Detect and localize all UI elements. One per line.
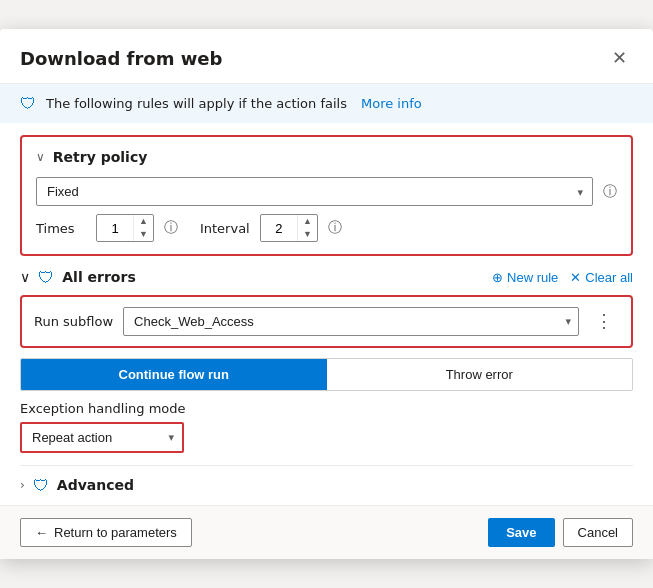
close-button[interactable]: ✕ — [606, 45, 633, 71]
errors-header-right: ⊕ New rule ✕ Clear all — [492, 270, 633, 285]
errors-label: All errors — [62, 269, 135, 285]
new-rule-label: New rule — [507, 270, 558, 285]
interval-input-wrapper: ▲ ▼ — [260, 214, 318, 242]
run-subflow-more-button[interactable]: ⋮ — [589, 308, 619, 334]
info-banner: 🛡 The following rules will apply if the … — [0, 84, 653, 123]
clear-all-label: Clear all — [585, 270, 633, 285]
times-info-icon[interactable]: ⓘ — [164, 219, 178, 237]
interval-decrement-button[interactable]: ▼ — [298, 228, 317, 241]
retry-policy-dropdown[interactable]: Fixed None Exponential — [36, 177, 593, 206]
dialog-header: Download from web ✕ — [0, 29, 653, 84]
shield-icon: 🛡 — [20, 94, 36, 113]
interval-spin-buttons: ▲ ▼ — [297, 215, 317, 241]
advanced-chevron-icon: › — [20, 478, 25, 492]
save-button[interactable]: Save — [488, 518, 554, 547]
times-spin-buttons: ▲ ▼ — [133, 215, 153, 241]
retry-policy-dropdown-wrapper: Fixed None Exponential ▾ — [36, 177, 593, 206]
dialog-footer: ← Return to parameters Save Cancel — [0, 505, 653, 559]
clear-icon: ✕ — [570, 270, 581, 285]
run-subflow-dropdown[interactable]: Check_Web_Access — [123, 307, 579, 336]
errors-chevron-icon: ∨ — [20, 269, 30, 285]
all-errors-section: ∨ 🛡 All errors ⊕ New rule ✕ Clear all Ru… — [20, 268, 633, 453]
times-increment-button[interactable]: ▲ — [134, 215, 153, 228]
continue-flow-tab[interactable]: Continue flow run — [21, 359, 327, 390]
return-arrow-icon: ← — [35, 525, 48, 540]
times-row: Times ▲ ▼ ⓘ Interval ▲ ▼ ⓘ — [36, 214, 617, 242]
times-input[interactable] — [97, 216, 133, 241]
interval-increment-button[interactable]: ▲ — [298, 215, 317, 228]
throw-error-tab[interactable]: Throw error — [327, 359, 633, 390]
dialog: Download from web ✕ 🛡 The following rule… — [0, 29, 653, 559]
interval-label: Interval — [200, 221, 250, 236]
footer-left: ← Return to parameters — [20, 518, 192, 547]
exception-section: Exception handling mode Repeat action Ig… — [20, 401, 633, 453]
times-label: Times — [36, 221, 86, 236]
retry-policy-info-icon[interactable]: ⓘ — [603, 183, 617, 201]
times-decrement-button[interactable]: ▼ — [134, 228, 153, 241]
clear-all-button[interactable]: ✕ Clear all — [570, 270, 633, 285]
plus-icon: ⊕ — [492, 270, 503, 285]
new-rule-button[interactable]: ⊕ New rule — [492, 270, 558, 285]
errors-shield-icon: 🛡 — [38, 268, 54, 287]
retry-chevron-icon: ∨ — [36, 150, 45, 164]
run-subflow-dropdown-wrapper: Check_Web_Access ▾ — [123, 307, 579, 336]
retry-policy-header[interactable]: ∨ Retry policy — [36, 149, 617, 165]
interval-input[interactable] — [261, 216, 297, 241]
retry-policy-section: ∨ Retry policy Fixed None Exponential ▾ … — [20, 135, 633, 256]
footer-right: Save Cancel — [488, 518, 633, 547]
advanced-section[interactable]: › 🛡 Advanced — [0, 466, 653, 505]
retry-policy-label: Retry policy — [53, 149, 148, 165]
errors-header: ∨ 🛡 All errors ⊕ New rule ✕ Clear all — [20, 268, 633, 287]
run-subflow-label: Run subflow — [34, 314, 113, 329]
mode-tabs: Continue flow run Throw error — [20, 358, 633, 391]
info-banner-text: The following rules will apply if the ac… — [46, 96, 347, 111]
retry-policy-row: Fixed None Exponential ▾ ⓘ — [36, 177, 617, 206]
exception-dropdown-wrapper: Repeat action Ignore action Stop flow ▾ — [20, 422, 184, 453]
exception-label: Exception handling mode — [20, 401, 633, 416]
cancel-button[interactable]: Cancel — [563, 518, 633, 547]
advanced-shield-icon: 🛡 — [33, 476, 49, 495]
dialog-title: Download from web — [20, 48, 222, 69]
run-subflow-box: Run subflow Check_Web_Access ▾ ⋮ — [20, 295, 633, 348]
exception-dropdown[interactable]: Repeat action Ignore action Stop flow — [22, 424, 182, 451]
times-input-wrapper: ▲ ▼ — [96, 214, 154, 242]
return-to-parameters-button[interactable]: ← Return to parameters — [20, 518, 192, 547]
errors-header-left[interactable]: ∨ 🛡 All errors — [20, 268, 136, 287]
advanced-label: Advanced — [57, 477, 134, 493]
more-info-link[interactable]: More info — [361, 96, 422, 111]
interval-info-icon[interactable]: ⓘ — [328, 219, 342, 237]
return-label: Return to parameters — [54, 525, 177, 540]
